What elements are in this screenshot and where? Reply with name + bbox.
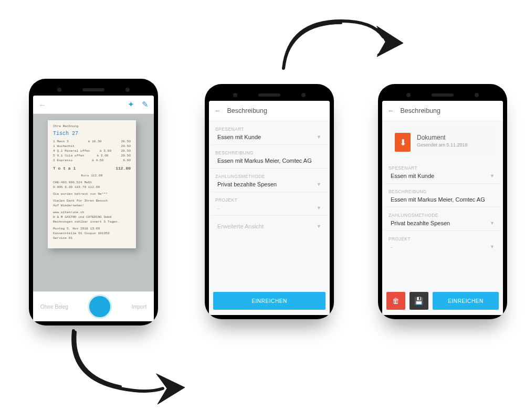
- receipt-preview: Ihre Rechnung Tisch 27 1 Menü 3à 16.5029…: [48, 120, 136, 248]
- label-zahlung: ZAHLUNGSMETHODE: [382, 207, 503, 219]
- submit-button[interactable]: EINREICHEN: [433, 292, 499, 310]
- expand-toggle[interactable]: Erweiterte Ansicht▼: [211, 222, 328, 234]
- field-projekt[interactable]: -▼: [211, 204, 328, 216]
- field-spesenart[interactable]: Essen mit Kunde▼: [211, 133, 328, 145]
- save-button[interactable]: 💾: [410, 292, 428, 310]
- label-projekt: PROJEKT: [382, 231, 503, 243]
- document-title: Dokument: [417, 134, 490, 141]
- pdf-icon: ⬇: [395, 133, 411, 152]
- receipt-line: 5 0.1 Cola offenà 3.0029.50: [53, 154, 131, 159]
- import-button[interactable]: Import: [132, 304, 146, 310]
- field-beschreibung[interactable]: Essen mit Markus Meier, Comtec AG: [211, 156, 328, 169]
- phone-summary: ← Beschreibung ⬇ Dokument Gesendet am 5.…: [378, 84, 507, 319]
- field-beschreibung[interactable]: Essen mit Markus Meier, Comtec AG: [384, 195, 501, 207]
- label-beschreibung: BESCHREIBUNG: [382, 184, 503, 195]
- camera-toolbar: ← ✦ ✎: [33, 96, 154, 114]
- phone-capture: ← ✦ ✎ Ihre Rechnung Tisch 27 1 Menü 3à 1…: [29, 79, 158, 326]
- field-spesenart[interactable]: Essen mit Kunde▼: [384, 172, 501, 184]
- back-icon[interactable]: ←: [38, 100, 46, 109]
- label-spesenart: SPESENART: [209, 121, 330, 133]
- receipt-table: Tisch 27: [53, 130, 131, 138]
- phone-form: ← Beschreibung SPESENART Essen mit Kunde…: [205, 84, 334, 319]
- flash-icon[interactable]: ✦: [128, 100, 134, 109]
- page-title: Beschreibung: [401, 107, 440, 114]
- camera-viewfinder[interactable]: Ihre Rechnung Tisch 27 1 Menü 3à 16.5029…: [33, 114, 154, 291]
- back-icon[interactable]: ←: [387, 107, 394, 114]
- flow-arrow-bottom: [63, 326, 194, 410]
- shutter-button[interactable]: [88, 295, 112, 319]
- back-icon[interactable]: ←: [214, 107, 221, 114]
- receipt-line: 2 Espressoà 4.509.00: [53, 159, 131, 163]
- submit-button[interactable]: EINREICHEN: [213, 292, 326, 310]
- label-projekt: PROJEKT: [209, 192, 330, 204]
- label-zahlung: ZAHLUNGSMETHODE: [209, 169, 330, 180]
- camera-bottom-bar: Ohne Beleg Import: [33, 291, 154, 321]
- no-receipt-button[interactable]: Ohne Beleg: [40, 304, 68, 310]
- receipt-line: 4 Q.1 Mineral offenà 3.0029.50: [53, 149, 131, 154]
- flow-arrow-top: [273, 5, 404, 79]
- receipt-line: 1 Wochenhit29.50: [53, 144, 131, 149]
- label-spesenart: SPESENART: [382, 160, 503, 172]
- field-zahlung[interactable]: Privat bezahlte Spesen▼: [211, 180, 328, 192]
- autocrop-icon[interactable]: ✎: [142, 100, 149, 109]
- document-subtitle: Gesendet am 5.11.2018: [417, 142, 490, 148]
- page-title: Beschreibung: [227, 107, 267, 114]
- receipt-line: 1 Menü 3à 16.5029.50: [53, 140, 131, 144]
- delete-button[interactable]: 🗑: [386, 292, 405, 310]
- document-card[interactable]: ⬇ Dokument Gesendet am 5.11.2018: [388, 128, 497, 154]
- field-projekt[interactable]: -▼: [384, 243, 501, 254]
- field-zahlung[interactable]: Privat bezahlte Spesen▼: [384, 219, 501, 231]
- receipt-title: Ihre Rechnung: [53, 124, 131, 129]
- label-beschreibung: BESCHREIBUNG: [209, 145, 330, 156]
